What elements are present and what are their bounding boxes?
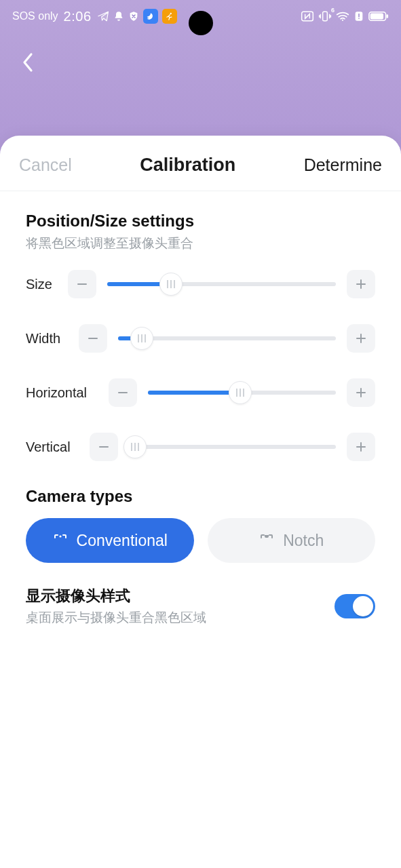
svg-rect-6	[358, 18, 359, 19]
show-camera-style-subtitle: 桌面展示与摄像头重合黑色区域	[26, 609, 206, 627]
toggle-knob	[353, 596, 373, 616]
vertical-slider-thumb[interactable]	[123, 435, 147, 458]
plus-icon	[355, 387, 367, 399]
width-slider-thumb[interactable]	[130, 327, 153, 350]
status-app-icons	[97, 9, 177, 24]
conventional-icon	[52, 532, 69, 549]
network-status-label: SOS only	[12, 10, 58, 22]
position-size-subtitle: 将黑色区域调整至摄像头重合	[26, 235, 375, 252]
plus-icon	[355, 332, 367, 344]
svg-point-0	[170, 13, 171, 14]
plus-icon	[355, 278, 367, 290]
telegram-icon	[97, 10, 109, 22]
camera-type-conventional-label: Conventional	[77, 532, 168, 550]
show-camera-style-row: 显示摄像头样式 桌面展示与摄像头重合黑色区域	[26, 586, 375, 627]
width-slider[interactable]	[118, 324, 336, 353]
width-decrease-button[interactable]	[79, 324, 107, 353]
camera-punch-hole	[189, 11, 213, 35]
nfc-icon	[301, 10, 314, 22]
vertical-row: Vertical	[26, 433, 375, 461]
vertical-decrease-button[interactable]	[90, 433, 118, 461]
width-increase-button[interactable]	[347, 324, 375, 353]
vibrate-icon	[318, 10, 332, 22]
camera-type-options: Conventional Notch	[26, 518, 375, 563]
svg-point-3	[342, 20, 343, 21]
show-camera-style-title: 显示摄像头样式	[26, 586, 206, 606]
camera-type-notch[interactable]: Notch	[208, 518, 376, 563]
svg-rect-9	[386, 14, 388, 18]
size-label: Size	[26, 277, 68, 292]
app-icon-bird	[143, 9, 158, 24]
minus-icon	[87, 332, 99, 344]
horizontal-label: Horizontal	[26, 385, 109, 401]
plus-icon	[355, 441, 367, 453]
camera-type-notch-label: Notch	[283, 532, 324, 550]
vertical-slider[interactable]	[129, 433, 336, 461]
minus-icon	[117, 387, 129, 399]
wifi-band-label: 6	[331, 7, 335, 14]
chevron-left-icon	[22, 52, 35, 73]
calibration-sheet: Cancel Calibration Determine Position/Si…	[0, 136, 401, 868]
svg-rect-5	[358, 14, 359, 17]
svg-rect-2	[323, 12, 328, 20]
camera-types-heading: Camera types	[26, 487, 375, 506]
bell-icon	[113, 11, 124, 22]
app-icon-runner	[162, 9, 177, 24]
horizontal-increase-button[interactable]	[347, 378, 375, 407]
size-row: Size	[26, 270, 375, 298]
minus-icon	[98, 441, 110, 453]
svg-rect-8	[370, 14, 383, 20]
notch-icon	[259, 532, 275, 549]
position-size-heading: Position/Size settings	[26, 212, 375, 231]
battery-icon	[368, 11, 389, 22]
status-bar-right: 6	[301, 10, 389, 22]
back-button[interactable]	[15, 49, 42, 76]
size-increase-button[interactable]	[347, 270, 375, 298]
camera-type-conventional[interactable]: Conventional	[26, 518, 194, 563]
vertical-label: Vertical	[26, 439, 90, 455]
show-camera-style-text: 显示摄像头样式 桌面展示与摄像头重合黑色区域	[26, 586, 206, 627]
horizontal-slider-thumb[interactable]	[229, 381, 252, 404]
status-time: 2:06	[64, 9, 92, 24]
sheet-body: Position/Size settings 将黑色区域调整至摄像头重合 Siz…	[0, 191, 401, 627]
determine-button[interactable]: Determine	[304, 155, 382, 175]
width-row: Width	[26, 324, 375, 353]
status-bar-left: SOS only 2:06	[12, 9, 177, 24]
size-slider-thumb[interactable]	[159, 273, 183, 296]
horizontal-row: Horizontal	[26, 378, 375, 407]
wifi-icon: 6	[336, 11, 349, 22]
camera-types-section: Camera types Conventional Notch	[26, 487, 375, 563]
width-label: Width	[26, 331, 79, 347]
vertical-increase-button[interactable]	[347, 433, 375, 461]
alert-icon	[354, 11, 364, 22]
sheet-title: Calibration	[140, 155, 235, 176]
horizontal-decrease-button[interactable]	[109, 378, 137, 407]
svg-point-10	[59, 535, 61, 537]
sheet-header: Cancel Calibration Determine	[0, 136, 401, 191]
show-camera-style-toggle[interactable]	[335, 594, 375, 618]
shield-x-icon	[128, 11, 139, 22]
size-decrease-button[interactable]	[68, 270, 96, 298]
horizontal-slider[interactable]	[148, 378, 336, 407]
cancel-button[interactable]: Cancel	[19, 155, 72, 175]
minus-icon	[76, 278, 88, 290]
size-slider[interactable]	[107, 270, 336, 298]
